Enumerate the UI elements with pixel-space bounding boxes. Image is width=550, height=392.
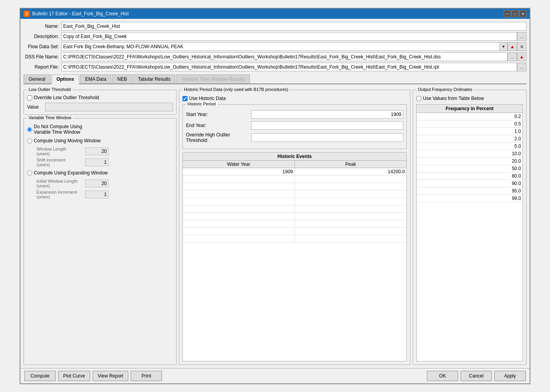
vtw-option2-label: Compute Using Moving Window xyxy=(34,138,101,143)
window-length-input[interactable] xyxy=(85,147,109,155)
flow-data-set-dropdown-button[interactable]: ▼ xyxy=(500,42,508,51)
content-area: Name: Description: … Flow Data Set: ▼ ▲ … xyxy=(20,19,530,368)
list-item[interactable]: 1.0 xyxy=(417,128,523,135)
list-item[interactable]: 90.0 xyxy=(417,180,523,187)
vtw-option3-radio[interactable] xyxy=(27,171,32,176)
list-item[interactable]: 0.2 xyxy=(417,113,523,120)
description-browse-button[interactable]: … xyxy=(517,32,526,41)
peak-cell xyxy=(295,220,407,227)
table-row[interactable] xyxy=(183,213,406,220)
low-outlier-value-row: Value xyxy=(27,103,173,111)
window-controls: ─ □ ✕ xyxy=(504,10,526,17)
tab-variable-time-window-results[interactable]: Variable Time Window Results xyxy=(176,74,250,83)
tab-bar: General Options EMA Data NEB Tabular Res… xyxy=(24,74,526,84)
water-year-cell xyxy=(183,220,295,227)
name-input[interactable] xyxy=(61,22,526,31)
freq-table-body: 0.20.51.02.05.010.020.050.080.090.095.09… xyxy=(417,113,523,361)
override-high-outlier-input[interactable] xyxy=(251,133,403,142)
list-item[interactable]: 0.5 xyxy=(417,120,523,128)
cancel-button[interactable]: Cancel xyxy=(461,371,492,381)
table-row[interactable]: 190914200.0 xyxy=(183,168,406,176)
expansion-increment-input[interactable] xyxy=(85,191,109,198)
tab-ema-data[interactable]: EMA Data xyxy=(80,74,111,83)
compute-button[interactable]: Compute xyxy=(24,371,56,381)
shift-increment-row: Shift Increment(years) xyxy=(36,158,173,167)
low-outlier-value-label: Value xyxy=(27,104,43,110)
water-year-cell: 1909 xyxy=(183,168,295,175)
list-item[interactable]: 95.0 xyxy=(417,187,523,195)
report-file-input[interactable] xyxy=(61,63,517,71)
description-label: Description: xyxy=(24,34,59,39)
apply-button[interactable]: Apply xyxy=(494,371,526,381)
table-row[interactable] xyxy=(183,176,406,183)
shift-increment-label: Shift Increment(years) xyxy=(36,158,84,167)
override-low-outlier-checkbox[interactable] xyxy=(27,95,32,100)
print-button[interactable]: Print xyxy=(131,371,162,381)
table-row[interactable] xyxy=(183,220,406,228)
table-row[interactable] xyxy=(183,191,406,198)
events-table-columns: Water Year Peak xyxy=(183,161,406,168)
peak-cell xyxy=(295,228,407,235)
dss-file-label: DSS File Name: xyxy=(24,54,59,60)
start-year-row: Start Year: xyxy=(186,110,403,119)
flow-data-set-chart-icon[interactable]: ▲ xyxy=(508,42,517,51)
flow-data-set-grid-icon[interactable]: ≡ xyxy=(517,42,526,51)
view-report-button[interactable]: View Report xyxy=(93,371,128,381)
low-outlier-value-input[interactable] xyxy=(45,103,173,111)
close-button[interactable]: ✕ xyxy=(519,10,526,17)
window-length-row: Window Length(years) xyxy=(36,147,173,156)
list-item[interactable]: 5.0 xyxy=(417,143,523,150)
table-row[interactable] xyxy=(183,198,406,205)
flow-data-set-input[interactable] xyxy=(61,42,500,51)
main-window: B Bulletin 17 Editor - East_Fork_Big_Cre… xyxy=(20,8,530,384)
list-item[interactable]: 20.0 xyxy=(417,158,523,165)
output-frequency-title: Output Frequency Ordinates xyxy=(416,87,474,92)
use-historic-data-checkbox[interactable] xyxy=(182,96,188,101)
end-year-input[interactable] xyxy=(251,121,403,130)
low-outlier-group: Low Outlier Threshold Override Low Outli… xyxy=(24,90,177,115)
list-item[interactable]: 80.0 xyxy=(417,172,523,180)
list-item[interactable]: 2.0 xyxy=(417,135,523,143)
start-year-label: Start Year: xyxy=(186,112,249,117)
table-row[interactable] xyxy=(183,228,406,235)
center-panel: Historic Period Data (only used with B17… xyxy=(179,86,410,365)
tab-neb[interactable]: NEB xyxy=(112,74,132,83)
peak-cell: 14200.0 xyxy=(295,168,407,175)
vtw-option3-label: Compute Using Expanding Window xyxy=(34,170,108,176)
use-values-label: Use Values from Table Below xyxy=(423,96,484,101)
description-row: Description: … xyxy=(24,32,526,41)
ok-button[interactable]: OK xyxy=(427,371,458,381)
tab-options[interactable]: Options xyxy=(51,74,79,84)
table-row[interactable] xyxy=(183,235,406,243)
maximize-button[interactable]: □ xyxy=(512,10,519,17)
frequency-value: 80.0 xyxy=(417,172,523,180)
tab-content-options: Low Outlier Threshold Override Low Outli… xyxy=(24,86,526,365)
vtw-option3-row: Compute Using Expanding Window xyxy=(27,170,173,176)
use-values-checkbox[interactable] xyxy=(416,96,421,101)
plot-curve-button[interactable]: Plot Curve xyxy=(58,371,90,381)
shift-increment-input[interactable] xyxy=(85,158,109,166)
dss-file-browse-button[interactable]: … xyxy=(508,53,517,61)
table-row[interactable] xyxy=(183,205,406,213)
peak-cell xyxy=(295,198,407,205)
start-year-input[interactable] xyxy=(251,110,403,119)
initial-window-length-input[interactable] xyxy=(85,180,109,187)
vtw-option2-radio[interactable] xyxy=(27,138,32,143)
list-item[interactable]: 10.0 xyxy=(417,150,523,158)
table-row[interactable] xyxy=(183,183,406,191)
minimize-button[interactable]: ─ xyxy=(504,10,511,17)
vtw-option1-radio[interactable] xyxy=(27,127,32,132)
description-input[interactable] xyxy=(61,32,517,41)
low-outlier-title: Low Outlier Threshold xyxy=(27,87,72,92)
list-item[interactable]: 50.0 xyxy=(417,165,523,172)
report-file-browse-button[interactable]: … xyxy=(517,63,526,71)
tab-tabular-results[interactable]: Tabular Results xyxy=(133,74,176,83)
water-year-cell xyxy=(183,228,295,235)
list-item[interactable]: 99.0 xyxy=(417,195,523,202)
expansion-increment-label: Expansion Increment (years) xyxy=(36,190,84,199)
use-values-row: Use Values from Table Below xyxy=(416,96,523,101)
dss-file-input[interactable] xyxy=(61,53,508,61)
dss-file-chart-icon[interactable]: ▲ xyxy=(517,53,526,61)
tab-general[interactable]: General xyxy=(24,74,51,83)
water-year-cell xyxy=(183,213,295,220)
